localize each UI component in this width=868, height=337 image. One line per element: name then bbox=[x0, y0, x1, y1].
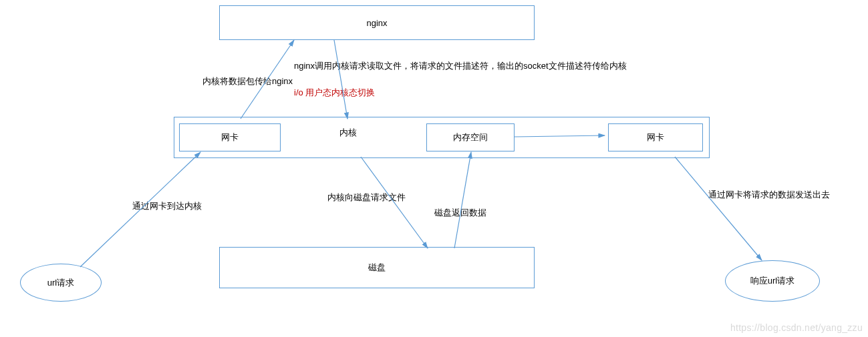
node-url-response: 响应url请求 bbox=[725, 260, 820, 302]
node-nic-left: 网卡 bbox=[179, 123, 281, 151]
node-nic-right-label: 网卡 bbox=[647, 131, 664, 143]
node-disk: 磁盘 bbox=[219, 247, 535, 288]
node-memory-label: 内存空间 bbox=[453, 131, 488, 143]
node-nic-left-label: 网卡 bbox=[221, 131, 239, 143]
node-nginx: nginx bbox=[219, 5, 535, 40]
watermark: https://blog.csdn.net/yang_zzu bbox=[730, 322, 863, 333]
label-nginx-calls-kernel: nginx调用内核请求读取文件，将请求的文件描述符，输出的socket文件描述符… bbox=[294, 60, 627, 72]
node-url-response-label: 响应url请求 bbox=[750, 275, 794, 287]
node-nginx-label: nginx bbox=[366, 18, 387, 28]
node-disk-label: 磁盘 bbox=[368, 262, 386, 274]
label-via-nic-to-kernel: 通过网卡到达内核 bbox=[132, 200, 202, 212]
label-kernel-to-disk: 内核向磁盘请求文件 bbox=[327, 192, 406, 204]
label-kernel-to-nginx: 内核将数据包传给nginx bbox=[202, 75, 293, 87]
node-memory: 内存空间 bbox=[426, 123, 515, 151]
node-nic-right: 网卡 bbox=[608, 123, 703, 151]
node-url-request: url请求 bbox=[20, 264, 102, 302]
label-via-nic-send: 通过网卡将请求的数据发送出去 bbox=[708, 189, 830, 201]
arrow-disk-to-memory bbox=[454, 152, 471, 248]
node-kernel-label: 内核 bbox=[339, 127, 357, 139]
arrow-nginx-to-kernel bbox=[334, 40, 347, 119]
node-url-request-label: url请求 bbox=[47, 277, 74, 289]
arrow-nic-to-response bbox=[675, 157, 762, 260]
label-disk-returns: 磁盘返回数据 bbox=[434, 207, 486, 219]
label-io-switch: i/o 用户态内核态切换 bbox=[294, 87, 375, 99]
